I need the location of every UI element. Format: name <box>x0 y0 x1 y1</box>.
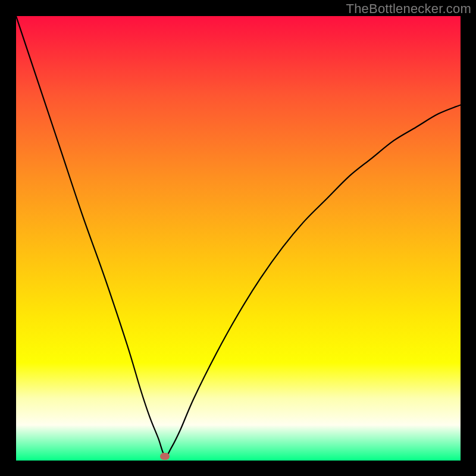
curve-path <box>16 16 461 456</box>
watermark-label: TheBottlenecker.com <box>346 1 471 17</box>
bottleneck-curve <box>16 16 461 461</box>
plot-area <box>16 16 461 461</box>
chart-frame: TheBottlenecker.com <box>0 0 476 476</box>
optimal-point-marker <box>160 453 170 460</box>
